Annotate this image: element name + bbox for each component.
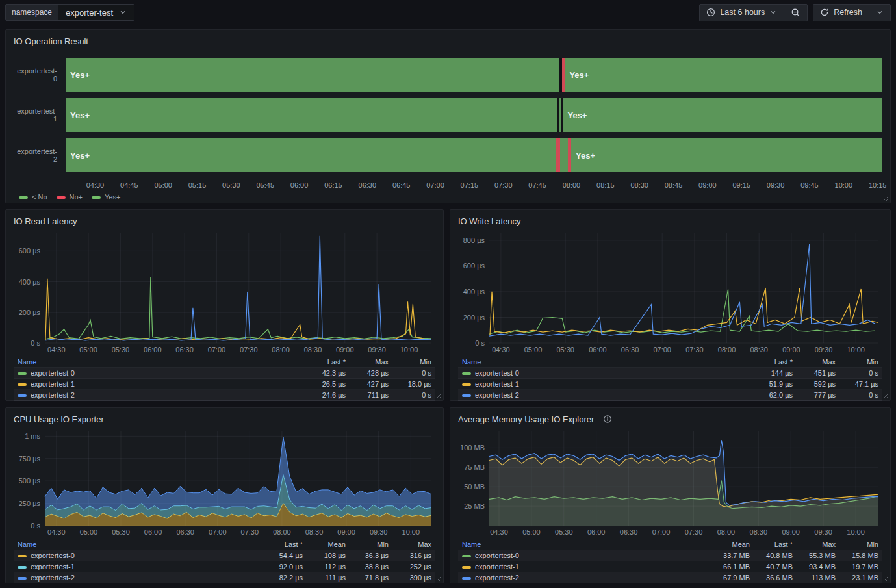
legend-swatch: [92, 196, 101, 199]
zoom-out-button[interactable]: [784, 4, 808, 21]
time-range-picker[interactable]: Last 6 hours: [699, 4, 784, 21]
timeseries-plot[interactable]: 04:3005:0005:3006:0006:3007:0007:3008:00…: [14, 426, 435, 537]
legend-header[interactable]: Max: [392, 539, 435, 550]
timeline-track[interactable]: Yes+Yes+: [66, 138, 882, 172]
axis-tick-label: 09:45: [800, 181, 819, 189]
panel-title[interactable]: IO Write Latency: [458, 216, 521, 226]
timeline-track[interactable]: Yes+Yes+: [66, 98, 882, 132]
legend-header[interactable]: Name: [458, 539, 711, 550]
series-color-swatch[interactable]: [462, 577, 471, 580]
legend-item[interactable]: No+: [57, 193, 83, 201]
svg-text:07:30: 07:30: [240, 346, 258, 353]
legend-value: 93.4 MB: [797, 561, 839, 572]
panel-resize-handle[interactable]: [435, 575, 442, 582]
series-name[interactable]: exportertest-2: [475, 574, 519, 582]
legend-value: 428 µs: [350, 368, 392, 379]
panel-io-read-latency: IO Read Latency 04:3005:0005:3006:0006:3…: [5, 209, 444, 401]
legend-header[interactable]: Last *: [264, 539, 307, 550]
svg-text:07:30: 07:30: [685, 528, 703, 536]
legend-value: 40.8 MB: [754, 550, 797, 561]
series-name[interactable]: exportertest-1: [475, 380, 519, 388]
series-name[interactable]: exportertest-1: [475, 563, 519, 570]
series-color-swatch[interactable]: [18, 383, 27, 386]
legend-header[interactable]: Min: [392, 357, 435, 368]
legend-value: 24.6 µs: [307, 390, 350, 401]
series-color-swatch[interactable]: [462, 394, 471, 397]
legend-header[interactable]: Last *: [307, 357, 350, 368]
legend-value: 15.8 MB: [839, 550, 882, 561]
legend-value: 451 µs: [797, 368, 839, 379]
svg-text:750 µs: 750 µs: [19, 455, 41, 463]
legend-header[interactable]: Min: [839, 539, 882, 550]
refresh-button[interactable]: Refresh: [813, 4, 869, 21]
svg-text:10:00: 10:00: [847, 346, 865, 353]
legend-header[interactable]: Name: [458, 357, 754, 368]
series-color-swatch[interactable]: [462, 372, 471, 375]
series-name[interactable]: exportertest-0: [31, 369, 75, 377]
legend-header[interactable]: Max: [797, 539, 839, 550]
legend-value: 113 MB: [797, 572, 839, 583]
legend-item[interactable]: Yes+: [92, 193, 120, 201]
refresh-interval-dropdown[interactable]: [869, 4, 891, 21]
panel-resize-handle[interactable]: [435, 392, 442, 399]
series-name[interactable]: exportertest-2: [31, 391, 75, 399]
svg-text:04:30: 04:30: [47, 346, 66, 353]
axis-tick-label: 07:45: [528, 181, 546, 189]
series-color-swatch[interactable]: [18, 394, 27, 397]
series-name[interactable]: exportertest-1: [31, 563, 75, 570]
legend-header[interactable]: Last *: [754, 357, 797, 368]
series-name[interactable]: exportertest-0: [475, 552, 519, 559]
legend-header[interactable]: Max: [797, 357, 839, 368]
svg-text:06:30: 06:30: [176, 528, 194, 536]
legend-item[interactable]: < No: [19, 193, 47, 201]
series-color-swatch[interactable]: [462, 555, 471, 557]
series-name[interactable]: exportertest-2: [475, 391, 519, 399]
legend-header[interactable]: Min: [839, 357, 882, 368]
timeline-segment: Yes+: [66, 58, 559, 92]
timeseries-plot[interactable]: 04:3005:0005:3006:0006:3007:0007:3008:00…: [14, 227, 435, 355]
series-color-swatch[interactable]: [18, 555, 27, 557]
series-name[interactable]: exportertest-0: [475, 369, 519, 377]
namespace-select[interactable]: exporter-test: [58, 4, 134, 21]
svg-text:06:30: 06:30: [621, 346, 639, 353]
panel-resize-handle[interactable]: [882, 392, 889, 399]
legend-header[interactable]: Last *: [754, 539, 797, 550]
axis-tick-label: 08:30: [630, 181, 648, 189]
series-name[interactable]: exportertest-1: [31, 380, 75, 388]
panel-resize-handle[interactable]: [882, 575, 889, 582]
series-name[interactable]: exportertest-0: [31, 552, 75, 559]
legend-value: 0 s: [392, 390, 435, 401]
legend-table: NameLast *MaxMinexportertest-042.3 µs428…: [14, 357, 435, 401]
info-icon[interactable]: [603, 415, 612, 424]
series-color-swatch[interactable]: [462, 566, 471, 569]
svg-text:04:30: 04:30: [492, 346, 510, 353]
series-name[interactable]: exportertest-2: [31, 574, 75, 582]
timeline-segment: Yes+: [66, 98, 557, 132]
svg-text:09:00: 09:00: [782, 528, 800, 536]
legend-header[interactable]: Max: [350, 357, 392, 368]
timeseries-plot[interactable]: 04:3005:0005:3006:0006:3007:0007:3008:00…: [458, 227, 882, 355]
legend-header[interactable]: Mean: [307, 539, 350, 550]
timeline-row: exportertest-0Yes+Yes+: [14, 58, 882, 92]
series-color-swatch[interactable]: [18, 566, 27, 569]
panel-title[interactable]: CPU Usage IO Exporter: [14, 415, 104, 424]
state-timeline[interactable]: exportertest-0Yes+Yes+exportertest-1Yes+…: [14, 58, 882, 190]
series-color-swatch[interactable]: [18, 372, 27, 375]
series-color-swatch[interactable]: [462, 383, 471, 386]
legend-header[interactable]: Name: [14, 539, 264, 550]
svg-text:05:00: 05:00: [524, 346, 543, 353]
legend-header[interactable]: Min: [350, 539, 392, 550]
legend-value: 42.3 µs: [307, 368, 350, 379]
legend-header[interactable]: Name: [14, 357, 307, 368]
panel-resize-handle[interactable]: [882, 195, 889, 201]
panel-title[interactable]: Average Memory Usage IO Explorer: [458, 415, 594, 424]
timeseries-plot[interactable]: 04:3005:0005:3006:0006:3007:0007:3008:00…: [458, 426, 882, 537]
legend-table: NameLast *MaxMinexportertest-0144 µs451 …: [458, 357, 882, 401]
series-color-swatch[interactable]: [18, 577, 27, 580]
panel-title[interactable]: IO Operation Result: [14, 36, 88, 46]
axis-tick-label: 06:00: [290, 181, 309, 189]
legend-header[interactable]: Mean: [711, 539, 754, 550]
panel-io-operation-result: IO Operation Result exportertest-0Yes+Ye…: [5, 29, 891, 203]
panel-title[interactable]: IO Read Latency: [14, 216, 77, 226]
timeline-track[interactable]: Yes+Yes+: [66, 58, 882, 92]
